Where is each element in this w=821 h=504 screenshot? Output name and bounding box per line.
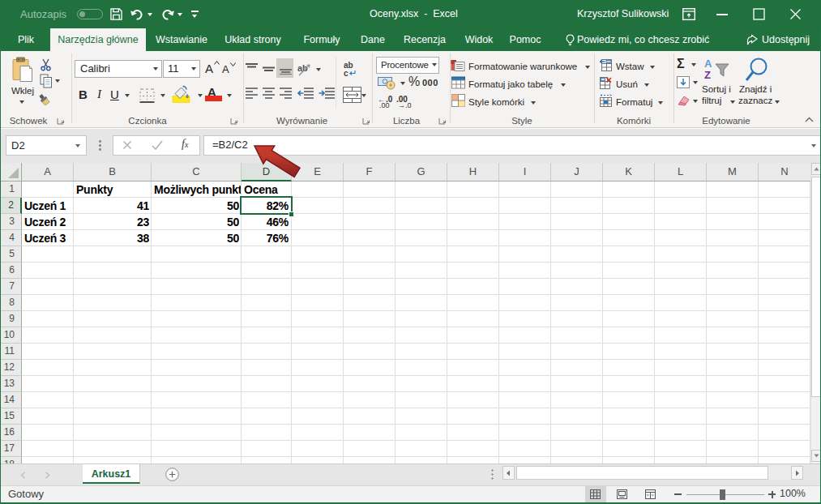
svg-text:c: c bbox=[344, 69, 348, 77]
